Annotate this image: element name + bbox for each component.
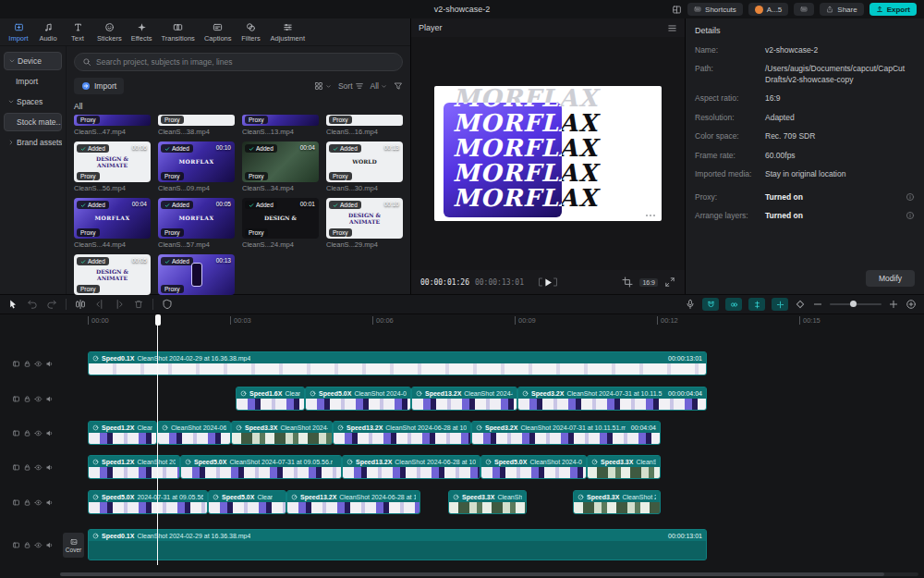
video-preview[interactable]: MORFLAXMORFLAXMORFLAXMORFLAXMORFLAX MORF… bbox=[434, 86, 662, 221]
media-item[interactable]: DESIGN &Added00:01ProxyCleanS...24.mp4 bbox=[242, 198, 319, 249]
timeline-clip[interactable]: Speed0.1XCleanShot 2024-02-29 at 16.36.3… bbox=[88, 351, 707, 375]
zoom-slider-knob[interactable] bbox=[850, 301, 857, 307]
track-mute-icon[interactable] bbox=[45, 541, 54, 549]
media-item[interactable]: WORLDAdded00:13ProxyCleanS...30.mp4 bbox=[326, 141, 403, 192]
tab-stickers[interactable]: Stickers bbox=[93, 22, 126, 43]
magnetic-toggle[interactable] bbox=[702, 298, 719, 311]
media-item[interactable]: ProxyCleanS...38.mp4 bbox=[158, 115, 235, 136]
playhead[interactable] bbox=[157, 314, 158, 565]
track-eye-icon[interactable] bbox=[34, 429, 43, 437]
sidebar-item-import[interactable]: Import bbox=[4, 72, 62, 91]
track-lock-icon[interactable] bbox=[23, 541, 31, 549]
crop-button[interactable] bbox=[622, 277, 633, 288]
tab-transitions[interactable]: Transitions bbox=[157, 22, 198, 43]
zoom-slider[interactable] bbox=[830, 303, 881, 305]
tab-effects[interactable]: Effects bbox=[128, 22, 156, 43]
select-tool-button[interactable] bbox=[7, 299, 18, 310]
timeline-clip[interactable]: Speed13.2XCleanShot 2024-06-28 at 10.54.… bbox=[333, 421, 471, 445]
sort-button[interactable]: Sort bbox=[338, 81, 364, 91]
timeline-scrollbar[interactable] bbox=[60, 572, 918, 576]
track-type-icon[interactable] bbox=[12, 360, 20, 368]
tab-filters[interactable]: Filters bbox=[237, 22, 264, 43]
track-lock-icon[interactable] bbox=[23, 395, 31, 403]
timeline-clip[interactable]: Speed3.3XCleanShot 2024- bbox=[573, 490, 661, 514]
view-mode-button[interactable] bbox=[314, 81, 332, 91]
ratio-chip[interactable]: 16:9 bbox=[639, 278, 658, 287]
fullscreen-button[interactable] bbox=[664, 277, 675, 288]
delete-right-button[interactable] bbox=[114, 299, 125, 310]
media-item[interactable]: MORFLAXAdded00:05ProxyCleanS...57.mp4 bbox=[158, 198, 235, 249]
tab-audio[interactable]: Audio bbox=[34, 22, 62, 43]
track-mute-icon[interactable] bbox=[45, 463, 54, 472]
shortcuts-button[interactable]: Shortcuts bbox=[687, 3, 743, 16]
undo-button[interactable] bbox=[27, 299, 38, 310]
import-media-button[interactable]: Import bbox=[74, 78, 124, 94]
track-lock-icon[interactable] bbox=[23, 463, 31, 472]
track-type-icon[interactable] bbox=[12, 429, 20, 437]
media-item[interactable]: ProxyCleanS...13.mp4 bbox=[242, 115, 319, 136]
track-eye-icon[interactable] bbox=[34, 498, 43, 507]
zoom-in-button[interactable] bbox=[888, 299, 899, 310]
timeline-clip[interactable]: Speed1.6XCleanShot bbox=[236, 387, 305, 411]
track-eye-icon[interactable] bbox=[34, 360, 43, 368]
export-button[interactable]: Export bbox=[869, 3, 917, 16]
media-item[interactable]: MORFLAXAdded00:04ProxyCleanS...44.mp4 bbox=[74, 198, 151, 249]
redo-button[interactable] bbox=[46, 299, 57, 310]
track-type-icon[interactable] bbox=[12, 395, 20, 403]
timeline-clip[interactable]: Speed13.2XCleanShot 2024-06-28 at 10.54.… bbox=[342, 455, 480, 479]
media-item[interactable]: DESIGN & ANIMATEAdded00:06ProxyCleanS...… bbox=[74, 141, 151, 192]
track-mute-icon[interactable] bbox=[45, 395, 54, 403]
preview-axis-toggle[interactable] bbox=[748, 298, 765, 311]
cover-button[interactable]: Cover bbox=[63, 533, 84, 558]
track-eye-icon[interactable] bbox=[34, 463, 43, 472]
track-eye-icon[interactable] bbox=[34, 541, 43, 549]
track-eye-icon[interactable] bbox=[34, 395, 43, 403]
search-input[interactable] bbox=[96, 57, 395, 67]
timeline-clip[interactable]: Speed3.3XCleanShot 2( bbox=[587, 455, 661, 479]
media-item[interactable]: MORFLAXAdded00:10ProxyCleanS...09.mp4 bbox=[158, 141, 235, 192]
keyboard-layout-button[interactable] bbox=[794, 3, 814, 16]
timeline-clip[interactable]: Speed5.0XCleanShot 2024-07 bbox=[480, 455, 587, 479]
tab-import[interactable]: Import bbox=[5, 22, 32, 43]
media-item[interactable]: ProxyCleanS...16.mp4 bbox=[326, 115, 403, 136]
timeline-clip[interactable]: Speed5.0X2024-07-31 at 09.05.56.r bbox=[88, 490, 208, 514]
link-toggle[interactable] bbox=[725, 298, 742, 311]
sidebar-item-brand-assets[interactable]: Brand assets bbox=[4, 133, 62, 152]
timeline-clip[interactable]: CleanShot 2024-06-2 bbox=[157, 421, 231, 445]
zoom-out-button[interactable] bbox=[812, 299, 823, 310]
timeline-clip[interactable]: Speed5.0XCleanShot 2024-07-31 at 09.05.5… bbox=[180, 455, 342, 479]
tab-adjustment[interactable]: Adjustment bbox=[266, 22, 309, 43]
track-lock-icon[interactable] bbox=[23, 498, 31, 507]
layout-panels-button[interactable] bbox=[672, 5, 682, 15]
mask-button[interactable] bbox=[162, 299, 173, 310]
timeline-clip[interactable]: Speed13.2XCleanShot 2024-06-28 at 10.54.… bbox=[286, 490, 420, 514]
track-lock-icon[interactable] bbox=[23, 429, 31, 437]
sidebar-item-stock-mate[interactable]: Stock mate... bbox=[4, 113, 62, 131]
track-lock-icon[interactable] bbox=[23, 360, 31, 368]
timeline-clip[interactable]: Speed13.2XCleanShot 2024-06-28 bbox=[411, 387, 517, 411]
sidebar-item-spaces[interactable]: Spaces bbox=[4, 92, 62, 111]
play-button[interactable] bbox=[542, 277, 554, 289]
media-item[interactable]: Added00:04ProxyCleanS...34.mp4 bbox=[242, 141, 319, 192]
player-menu-button[interactable] bbox=[667, 23, 677, 33]
track-type-icon[interactable] bbox=[12, 463, 20, 472]
timeline-clip[interactable]: Speed0.1XCleanShot 2024-02-29 at 16.36.3… bbox=[88, 529, 707, 560]
timeline-clip[interactable]: Speed1.2XCleanShot 2( bbox=[88, 421, 157, 445]
timeline-clip[interactable]: Speed3.3XCleanShot 2( bbox=[448, 490, 527, 514]
delete-button[interactable] bbox=[133, 299, 144, 310]
collaborators-button[interactable]: A...5 bbox=[748, 3, 788, 16]
track-mute-icon[interactable] bbox=[45, 429, 54, 437]
timeline-clip[interactable]: Speed3.3XCleanShot 2024- bbox=[231, 421, 333, 445]
track-mute-icon[interactable] bbox=[45, 498, 54, 507]
timeline-clip[interactable]: Speed5.0XClear bbox=[208, 490, 286, 514]
delete-left-button[interactable] bbox=[94, 299, 105, 310]
keyframe-button[interactable] bbox=[795, 299, 806, 310]
modify-button[interactable]: Modify bbox=[866, 270, 915, 287]
timeline-scrollbar-thumb[interactable] bbox=[60, 572, 884, 576]
timeline-clip[interactable]: Speed3.2XCleanShot 2024-07-31 at 10.11.5… bbox=[471, 421, 661, 445]
split-button[interactable] bbox=[75, 299, 86, 310]
record-voiceover-button[interactable] bbox=[685, 299, 696, 310]
filter-all-button[interactable]: All bbox=[371, 81, 387, 91]
timeline-clip[interactable]: Speed5.0XCleanShot 2024-0 bbox=[305, 387, 411, 411]
fit-timeline-button[interactable] bbox=[906, 299, 917, 310]
